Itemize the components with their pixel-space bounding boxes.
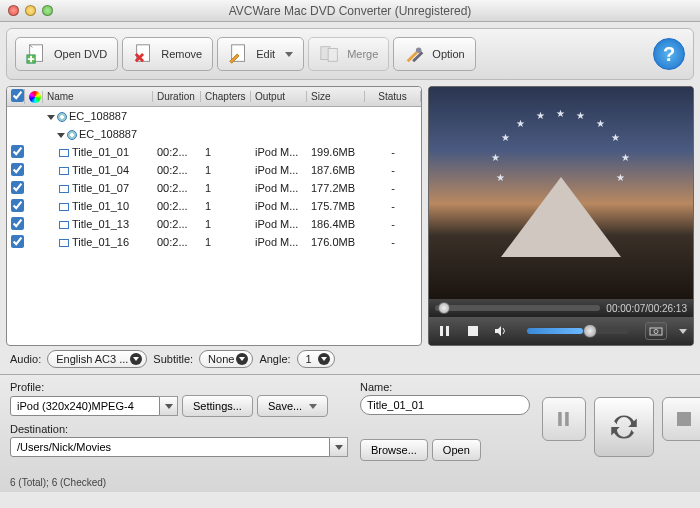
edit-icon <box>228 43 250 65</box>
audio-select[interactable]: English AC3 ... <box>47 350 147 368</box>
svg-rect-14 <box>677 412 691 426</box>
bottom-panel: Profile: Settings... Save... Destination… <box>0 374 700 492</box>
col-status[interactable]: Status <box>365 91 421 102</box>
film-icon <box>59 239 69 247</box>
check-all[interactable] <box>7 89 25 104</box>
popup-icon <box>318 353 330 365</box>
profile-dropdown[interactable] <box>160 396 178 416</box>
film-icon <box>59 185 69 193</box>
snapshot-button[interactable] <box>645 322 667 340</box>
color-column <box>25 91 43 103</box>
merge-icon <box>319 43 341 65</box>
film-icon <box>59 221 69 229</box>
browse-button[interactable]: Browse... <box>360 439 428 461</box>
col-duration[interactable]: Duration <box>153 91 201 102</box>
film-icon <box>59 167 69 175</box>
stop-button[interactable] <box>463 321 483 341</box>
popup-icon <box>130 353 142 365</box>
row-check[interactable] <box>11 199 24 212</box>
pause-button[interactable] <box>435 321 455 341</box>
open-dvd-icon <box>26 43 48 65</box>
film-icon <box>59 203 69 211</box>
window-title: AVCWare Mac DVD Converter (Unregistered) <box>0 4 700 18</box>
row-check[interactable] <box>11 163 24 176</box>
open-dvd-label: Open DVD <box>54 48 107 60</box>
remove-icon <box>133 43 155 65</box>
profile-select[interactable] <box>10 396 160 416</box>
save-profile-button[interactable]: Save... <box>257 395 328 417</box>
svg-rect-7 <box>440 326 443 336</box>
destination-label: Destination: <box>10 423 348 435</box>
volume-handle[interactable] <box>583 324 597 338</box>
svg-point-6 <box>416 48 422 54</box>
col-output[interactable]: Output <box>251 91 307 102</box>
logo-mountain <box>501 177 621 257</box>
title-row[interactable]: Title_01_1600:2...1iPod M...176.0MB- <box>7 233 421 251</box>
remove-button[interactable]: Remove <box>122 37 213 71</box>
disc-sub-row[interactable]: EC_108887 <box>7 125 421 143</box>
help-button[interactable]: ? <box>653 38 685 70</box>
row-check[interactable] <box>11 217 24 230</box>
svg-rect-8 <box>446 326 449 336</box>
merge-button[interactable]: Merge <box>308 37 389 71</box>
settings-button[interactable]: Settings... <box>182 395 253 417</box>
seek-bar-row: 00:00:07/00:26:13 <box>429 299 693 317</box>
toolbar: Open DVD Remove Edit Merge Option ? <box>6 28 694 80</box>
time-display: 00:00:07/00:26:13 <box>606 303 687 314</box>
svg-rect-12 <box>558 412 562 426</box>
audio-label: Audio: <box>10 353 41 365</box>
row-check[interactable] <box>11 181 24 194</box>
stop-conv-button[interactable] <box>662 397 700 441</box>
preview-panel: ★★ ★★ ★★ ★★ ★ ★★ 00:00:07/00:26:13 <box>428 86 694 346</box>
angle-select[interactable]: 1 <box>297 350 335 368</box>
row-check[interactable] <box>11 235 24 248</box>
title-row[interactable]: Title_01_0100:2...1iPod M...199.6MB- <box>7 143 421 161</box>
col-size[interactable]: Size <box>307 91 365 102</box>
title-row[interactable]: Title_01_0700:2...1iPod M...177.2MB- <box>7 179 421 197</box>
title-row[interactable]: Title_01_1000:2...1iPod M...175.7MB- <box>7 197 421 215</box>
dropdown-arrow-icon <box>285 52 293 57</box>
title-row[interactable]: Title_01_0400:2...1iPod M...187.6MB- <box>7 161 421 179</box>
volume-slider[interactable] <box>527 328 629 334</box>
volume-icon[interactable] <box>491 321 511 341</box>
edit-button[interactable]: Edit <box>217 37 304 71</box>
popup-icon <box>236 353 248 365</box>
seek-handle[interactable] <box>438 302 450 314</box>
col-name[interactable]: Name <box>43 91 153 102</box>
subtitle-label: Subtitle: <box>153 353 193 365</box>
seek-bar[interactable] <box>435 305 600 311</box>
option-icon <box>404 43 426 65</box>
subtitle-select[interactable]: None <box>199 350 253 368</box>
profile-label: Profile: <box>10 381 348 393</box>
film-icon <box>59 149 69 157</box>
svg-point-11 <box>654 330 658 334</box>
col-chapters[interactable]: Chapters <box>201 91 251 102</box>
stream-row: Audio: English AC3 ... Subtitle: None An… <box>0 346 700 372</box>
open-dest-button[interactable]: Open <box>432 439 481 461</box>
merge-label: Merge <box>347 48 378 60</box>
list-header: Name Duration Chapters Output Size Statu… <box>7 87 421 107</box>
player-controls <box>429 317 693 345</box>
option-button[interactable]: Option <box>393 37 475 71</box>
dropdown-arrow-icon <box>309 404 317 409</box>
destination-dropdown[interactable] <box>330 437 348 457</box>
title-row[interactable]: Title_01_1300:2...1iPod M...186.4MB- <box>7 215 421 233</box>
option-label: Option <box>432 48 464 60</box>
convert-button[interactable] <box>594 397 654 457</box>
disc-root-row[interactable]: EC_108887 <box>7 107 421 125</box>
pause-conv-button[interactable] <box>542 397 586 441</box>
name-field[interactable] <box>360 395 530 415</box>
svg-rect-5 <box>328 49 337 62</box>
status-text: 6 (Total); 6 (Checked) <box>10 477 106 488</box>
edit-label: Edit <box>256 48 275 60</box>
remove-label: Remove <box>161 48 202 60</box>
open-dvd-button[interactable]: Open DVD <box>15 37 118 71</box>
svg-rect-9 <box>468 326 478 336</box>
snapshot-menu[interactable] <box>679 329 687 334</box>
destination-field[interactable] <box>10 437 330 457</box>
titlebar: AVCWare Mac DVD Converter (Unregistered) <box>0 0 700 22</box>
name-label: Name: <box>360 381 530 393</box>
video-preview[interactable]: ★★ ★★ ★★ ★★ ★ ★★ <box>429 87 693 299</box>
color-wheel-icon <box>29 91 41 103</box>
row-check[interactable] <box>11 145 24 158</box>
